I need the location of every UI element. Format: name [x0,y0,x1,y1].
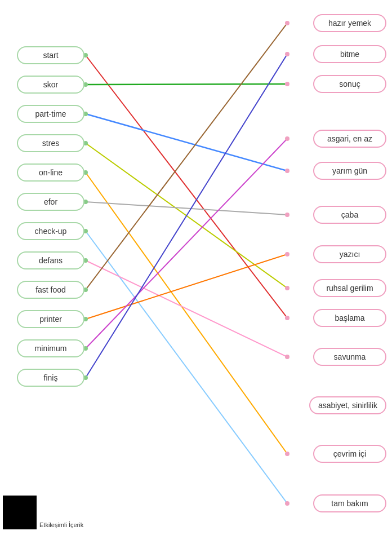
svg-point-29 [285,252,289,257]
left-skor: skor [17,76,84,94]
svg-line-27 [86,254,287,319]
svg-point-35 [285,52,289,56]
left-on-line: on-line [17,163,84,182]
svg-point-20 [285,501,289,506]
qr-code: eta [3,496,37,529]
right-asabiyet: asabiyet, sinirlilik [309,396,386,414]
left-part-time: part-time [17,105,84,123]
svg-line-3 [86,84,287,85]
svg-line-30 [86,139,287,348]
svg-point-8 [285,169,289,173]
svg-line-33 [86,54,287,378]
svg-line-15 [86,202,287,215]
right-sonuc: sonuç [313,75,386,93]
svg-point-32 [285,136,289,141]
svg-line-12 [86,173,287,454]
right-savunma: savunma [313,348,386,366]
right-baslama: başlama [313,309,386,327]
svg-point-17 [285,213,289,217]
left-efor: efor [17,193,84,211]
svg-line-18 [86,231,287,503]
left-minimum: minimum [17,339,84,357]
right-asgari: asgari, en az [313,130,386,148]
left-finis: finiş [17,369,84,387]
svg-line-6 [86,114,287,171]
svg-point-2 [285,316,289,320]
right-ruhsal-gerilim: ruhsal gerilim [313,279,386,297]
right-tam-bakim: tam bakım [313,494,386,512]
left-stres: stres [17,134,84,152]
right-cevrim-ici: çevrim içi [313,445,386,463]
svg-point-11 [285,286,289,290]
svg-point-26 [285,21,289,25]
footer-label: Etkileşimli İçerik [39,521,83,529]
svg-point-23 [285,355,289,359]
svg-line-9 [86,143,287,288]
left-defans: defans [17,251,84,269]
right-yazici: yazıcı [313,245,386,263]
svg-line-24 [86,23,287,290]
left-printer: printer [17,310,84,328]
left-check-up: check-up [17,222,84,240]
svg-line-0 [86,55,287,318]
right-yarim-gun: yarım gün [313,162,386,180]
right-hazir-yemek: hazır yemek [313,14,386,32]
svg-line-21 [86,260,287,357]
left-start: start [17,46,84,64]
right-bitme: bitme [313,45,386,63]
svg-point-5 [285,82,289,86]
left-fast-food: fast food [17,281,84,299]
right-caba: çaba [313,206,386,224]
svg-point-14 [285,452,289,456]
